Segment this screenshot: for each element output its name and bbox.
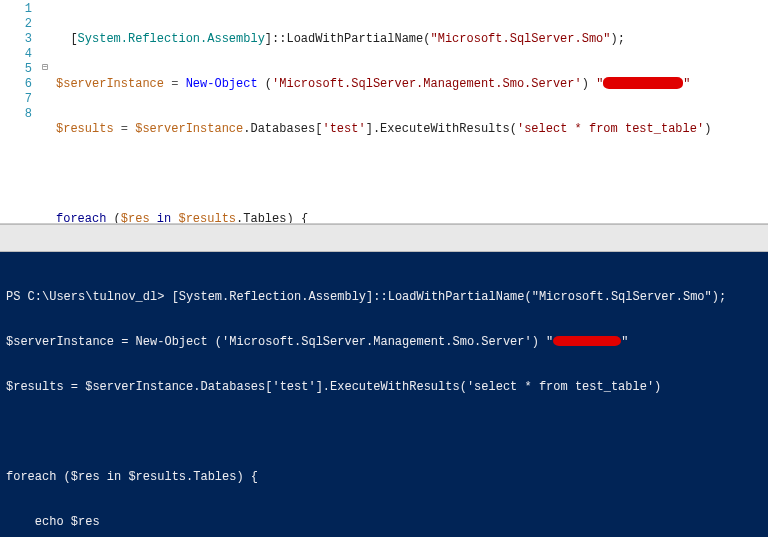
line-number: 3	[2, 32, 32, 47]
fold-toggle[interactable]: ⊟	[38, 60, 52, 75]
powershell-console[interactable]: PS C:\Users\tulnov_dl> [System.Reflectio…	[0, 252, 768, 537]
line-number-gutter: 1 2 3 4 5 6 7 8	[0, 0, 38, 223]
code-line: foreach ($res in $results.Tables) {	[56, 212, 764, 223]
line-number: 7	[2, 92, 32, 107]
console-line: $serverInstance = New-Object ('Microsoft…	[6, 335, 762, 350]
console-line: PS C:\Users\tulnov_dl> [System.Reflectio…	[6, 290, 762, 305]
console-line: $results = $serverInstance.Databases['te…	[6, 380, 762, 395]
code-text-area[interactable]: [System.Reflection.Assembly]::LoadWithPa…	[52, 0, 768, 223]
code-line	[56, 167, 764, 182]
code-line: $results = $serverInstance.Databases['te…	[56, 122, 764, 137]
redaction-mark	[553, 336, 621, 346]
redaction-mark	[603, 77, 683, 89]
code-line: [System.Reflection.Assembly]::LoadWithPa…	[56, 32, 764, 47]
code-editor-pane[interactable]: 1 2 3 4 5 6 7 8 ⊟ [System.Reflection.Ass…	[0, 0, 768, 224]
line-number: 8	[2, 107, 32, 122]
line-number: 6	[2, 77, 32, 92]
fold-gutter: ⊟	[38, 0, 52, 223]
console-line: echo $res	[6, 515, 762, 530]
console-line: foreach ($res in $results.Tables) {	[6, 470, 762, 485]
line-number: 1	[2, 2, 32, 17]
line-number: 2	[2, 17, 32, 32]
line-number: 5	[2, 62, 32, 77]
code-line: $serverInstance = New-Object ('Microsoft…	[56, 77, 764, 92]
pane-splitter[interactable]	[0, 224, 768, 252]
console-blank	[6, 425, 762, 440]
line-number: 4	[2, 47, 32, 62]
